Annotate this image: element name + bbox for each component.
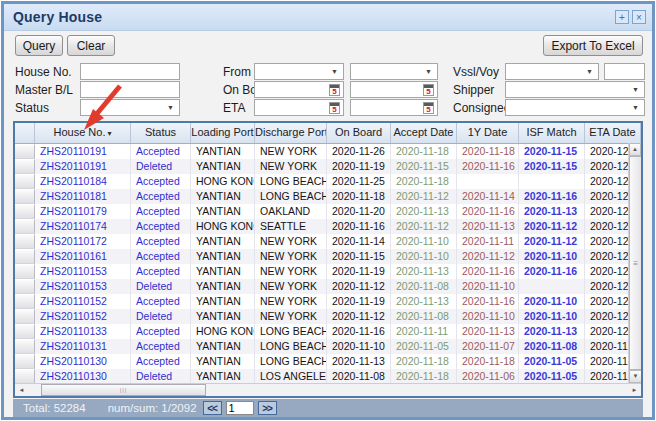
table-row[interactable]: ZHS20110131AcceptedYANTIANLONG BEACH2020… (15, 339, 641, 354)
calendar-icon[interactable]: 5 (423, 84, 434, 96)
table-row[interactable]: ZHS20110130DeletedYANTIANLOS ANGELES2020… (15, 369, 641, 384)
export-to-excel-button[interactable]: Export To Excel (543, 35, 643, 56)
cell-status[interactable]: Accepted (131, 249, 191, 264)
cell-house_no[interactable]: ZHS20110130 (35, 369, 131, 384)
row-selector[interactable] (15, 189, 35, 204)
cell-house_no[interactable]: ZHS20110181 (35, 189, 131, 204)
row-selector[interactable] (15, 204, 35, 219)
cell-house_no[interactable]: ZHS20110161 (35, 249, 131, 264)
eta-to-date-input[interactable]: 5 (350, 99, 438, 116)
cell-status[interactable]: Deleted (131, 159, 191, 174)
cell-status[interactable]: Accepted (131, 294, 191, 309)
column-header-eta_date[interactable]: ETA Date (585, 123, 641, 143)
cell-status[interactable]: Accepted (131, 189, 191, 204)
row-selector[interactable] (15, 309, 35, 324)
cell-status[interactable]: Accepted (131, 339, 191, 354)
cell-house_no[interactable]: ZHS20110179 (35, 204, 131, 219)
cell-house_no[interactable]: ZHS20110174 (35, 219, 131, 234)
cell-house_no[interactable]: ZHS20110133 (35, 324, 131, 339)
table-row[interactable]: ZHS20110133AcceptedHONG KONGLONG BEACH20… (15, 324, 641, 339)
row-selector[interactable] (15, 324, 35, 339)
cell-house_no[interactable]: ZHS20110130 (35, 354, 131, 369)
table-row[interactable]: ZHS20110179AcceptedYANTIANOAKLAND2020-11… (15, 204, 641, 219)
row-selector[interactable] (15, 174, 35, 189)
voyage-input[interactable] (604, 63, 645, 80)
cell-status[interactable]: Deleted (131, 309, 191, 324)
scroll-right-icon[interactable]: ► (628, 384, 641, 396)
table-row[interactable]: ZHS20110130AcceptedYANTIANLONG BEACH2020… (15, 354, 641, 369)
cell-house_no[interactable]: ZHS20110152 (35, 309, 131, 324)
cell-house_no[interactable]: ZHS20110153 (35, 279, 131, 294)
column-header-y1_date[interactable]: 1Y Date (457, 123, 519, 143)
on-board-to-date-input[interactable]: 5 (350, 81, 438, 98)
row-selector[interactable] (15, 234, 35, 249)
from-dropdown[interactable]: ▼ (254, 63, 344, 80)
prev-page-button[interactable]: << (203, 401, 222, 415)
cell-status[interactable]: Accepted (131, 234, 191, 249)
next-page-button[interactable]: >> (258, 401, 277, 415)
maximize-button[interactable]: + (615, 10, 629, 24)
vertical-scrollbar[interactable]: ▲ ≡ ▼ (628, 143, 641, 383)
row-selector[interactable] (15, 369, 35, 384)
cell-status[interactable]: Deleted (131, 369, 191, 384)
table-row[interactable]: ZHS20110161AcceptedYANTIANNEW YORK2020-1… (15, 249, 641, 264)
column-header-accept_date[interactable]: Accept Date (391, 123, 457, 143)
table-row[interactable]: ZHS20110152AcceptedYANTIANNEW YORK2020-1… (15, 294, 641, 309)
close-button[interactable]: × (632, 10, 646, 24)
column-header-status[interactable]: Status (131, 123, 191, 143)
cell-status[interactable]: Accepted (131, 144, 191, 159)
calendar-icon[interactable]: 5 (329, 102, 340, 114)
column-header-discharge_port[interactable]: Discharge Port (255, 123, 327, 143)
cell-status[interactable]: Accepted (131, 354, 191, 369)
column-header-isf_match[interactable]: ISF Match (519, 123, 585, 143)
consignee-dropdown[interactable]: ▼ (505, 99, 645, 116)
table-row[interactable]: ZHS20110184AcceptedHONG KONGLONG BEACH20… (15, 174, 641, 189)
vessel-dropdown[interactable]: ▼ (505, 63, 599, 80)
query-button[interactable]: Query (15, 35, 63, 56)
house-no-input[interactable] (80, 63, 180, 80)
horizontal-scrollbar[interactable]: ◄ ||| ► (15, 383, 641, 396)
row-selector[interactable] (15, 354, 35, 369)
cell-house_no[interactable]: ZHS20110191 (35, 144, 131, 159)
clear-button[interactable]: Clear (67, 35, 115, 56)
to-dropdown[interactable]: ▼ (350, 63, 438, 80)
row-selector[interactable] (15, 219, 35, 234)
cell-house_no[interactable]: ZHS20110131 (35, 339, 131, 354)
scroll-up-icon[interactable]: ▲ (629, 143, 641, 156)
page-number-input[interactable] (226, 401, 254, 415)
row-selector[interactable] (15, 339, 35, 354)
cell-status[interactable]: Accepted (131, 324, 191, 339)
table-row[interactable]: ZHS20110191AcceptedYANTIANNEW YORK2020-1… (15, 144, 641, 159)
row-selector[interactable] (15, 159, 35, 174)
vertical-scrollbar-thumb[interactable]: ≡ (629, 156, 642, 370)
on-board-from-date-input[interactable]: 5 (254, 81, 344, 98)
calendar-icon[interactable]: 5 (423, 102, 434, 114)
row-selector[interactable] (15, 264, 35, 279)
table-row[interactable]: ZHS20110152DeletedYANTIANNEW YORK2020-11… (15, 309, 641, 324)
cell-house_no[interactable]: ZHS20110152 (35, 294, 131, 309)
column-header-loading_port[interactable]: Loading Port (191, 123, 255, 143)
cell-status[interactable]: Accepted (131, 219, 191, 234)
row-selector[interactable] (15, 249, 35, 264)
cell-status[interactable]: Accepted (131, 264, 191, 279)
cell-status[interactable]: Accepted (131, 174, 191, 189)
column-header-on_board[interactable]: On Board (327, 123, 391, 143)
table-row[interactable]: ZHS20110153DeletedYANTIANNEW YORK2020-11… (15, 279, 641, 294)
table-row[interactable]: ZHS20110172AcceptedYANTIANNEW YORK2020-1… (15, 234, 641, 249)
table-row[interactable]: ZHS20110191DeletedYANTIANNEW YORK2020-11… (15, 159, 641, 174)
cell-house_no[interactable]: ZHS20110172 (35, 234, 131, 249)
table-row[interactable]: ZHS20110181AcceptedYANTIANLONG BEACH2020… (15, 189, 641, 204)
calendar-icon[interactable]: 5 (329, 84, 340, 96)
cell-house_no[interactable]: ZHS20110153 (35, 264, 131, 279)
cell-house_no[interactable]: ZHS20110184 (35, 174, 131, 189)
cell-house_no[interactable]: ZHS20110191 (35, 159, 131, 174)
row-selector[interactable] (15, 294, 35, 309)
table-row[interactable]: ZHS20110153AcceptedYANTIANNEW YORK2020-1… (15, 264, 641, 279)
table-row[interactable]: ZHS20110174AcceptedHONG KONGSEATTLE2020-… (15, 219, 641, 234)
scroll-left-icon[interactable]: ◄ (15, 384, 28, 396)
cell-status[interactable]: Deleted (131, 279, 191, 294)
eta-from-date-input[interactable]: 5 (254, 99, 344, 116)
row-selector[interactable] (15, 279, 35, 294)
row-selector[interactable] (15, 144, 35, 159)
scroll-down-icon[interactable]: ▼ (629, 370, 642, 383)
